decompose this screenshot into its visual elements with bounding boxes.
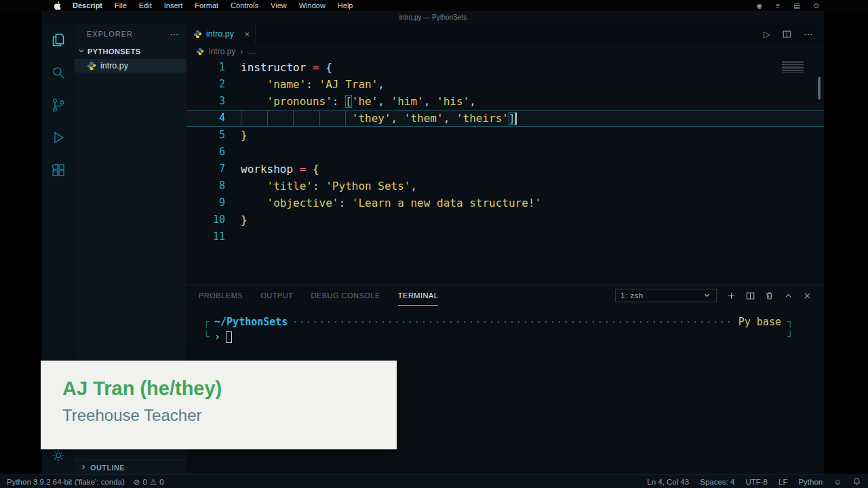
line-content: } <box>225 211 824 228</box>
code-line-6[interactable]: 6 <box>186 144 824 161</box>
feedback-smiley-icon[interactable]: ☺ <box>833 478 842 486</box>
close-panel-icon[interactable] <box>803 291 812 300</box>
line-content: instructor = { <box>225 59 824 76</box>
minimap[interactable] <box>782 61 804 73</box>
menu-app-name[interactable]: Descript <box>73 1 102 9</box>
menu-file[interactable]: File <box>115 1 127 9</box>
explorer-more-actions-icon[interactable]: ⋯ <box>170 28 180 39</box>
settings-gear-icon[interactable] <box>50 447 66 464</box>
cursor-position-status[interactable]: Ln 4, Col 43 <box>647 478 689 486</box>
python-file-icon <box>193 30 202 39</box>
code-line-10[interactable]: 10} <box>186 211 824 228</box>
menu-controls[interactable]: Controls <box>231 1 258 9</box>
panel-tab-problems[interactable]: PROBLEMS <box>199 285 243 306</box>
explorer-icon[interactable] <box>50 32 66 48</box>
notifications-bell-icon[interactable] <box>852 477 861 486</box>
line-content <box>225 144 824 161</box>
prompt-corner-bottom-right: ┘ <box>787 331 793 343</box>
python-interpreter-status[interactable]: Python 3.9.2 64-bit ('flake': conda) <box>7 478 125 486</box>
folder-section-label: PYTHONSETS <box>87 47 141 56</box>
code-line-5[interactable]: 5} <box>186 127 824 144</box>
breadcrumb[interactable]: intro.py › … <box>186 44 824 59</box>
file-item-intro-py[interactable]: intro.py <box>75 59 186 73</box>
code-line-4[interactable]: 4 'they', 'them', 'theirs'] <box>186 110 824 127</box>
code-line-8[interactable]: 8 'title': 'Python Sets', <box>186 178 824 195</box>
line-content: 'name': 'AJ Tran', <box>225 76 824 93</box>
line-content: 'title': 'Python Sets', <box>225 178 824 195</box>
line-number: 11 <box>186 228 225 245</box>
tab-close-icon[interactable]: × <box>244 29 250 39</box>
breadcrumb-symbol[interactable]: … <box>248 47 256 56</box>
menubar-record-icon[interactable]: ◉ <box>757 2 763 9</box>
code-line-7[interactable]: 7workshop = { <box>186 161 824 178</box>
split-editor-icon[interactable] <box>783 30 791 39</box>
line-number: 6 <box>186 144 225 161</box>
breadcrumb-file[interactable]: intro.py <box>209 47 235 56</box>
new-terminal-icon[interactable] <box>727 291 736 300</box>
tab-label: intro.py <box>206 29 234 39</box>
problems-status[interactable]: ⊘ 0 ⚠ 0 <box>134 477 164 487</box>
python-file-icon <box>196 47 204 56</box>
chevron-down-icon <box>703 291 711 301</box>
code-line-11[interactable]: 11 <box>186 228 824 245</box>
run-python-file-icon[interactable]: ▷ <box>764 29 770 39</box>
panel-tab-terminal[interactable]: TERMINAL <box>398 285 439 306</box>
menubar-control-icon[interactable]: ⊙ <box>814 2 819 9</box>
file-name-label: intro.py <box>100 61 128 70</box>
code-line-2[interactable]: 2 'name': 'AJ Tran', <box>186 76 824 93</box>
indent-guide <box>293 110 294 126</box>
line-number: 4 <box>186 110 225 127</box>
maximize-panel-chevron-icon[interactable] <box>784 291 793 300</box>
code-line-9[interactable]: 9 'objective': 'Learn a new data structu… <box>186 195 824 211</box>
indent-guide <box>345 110 346 126</box>
editor-more-actions-icon[interactable]: ⋯ <box>804 28 813 39</box>
apple-menu-icon[interactable] <box>54 1 62 10</box>
window-title: intro.py — PythonSets <box>42 11 824 24</box>
explorer-header-label: EXPLORER <box>87 30 133 38</box>
search-icon[interactable] <box>50 64 66 81</box>
line-number: 9 <box>186 195 225 211</box>
sidebar-section-outline[interactable]: OUTLINE <box>75 460 186 474</box>
menubar-list-icon[interactable]: ≡ <box>776 2 780 9</box>
menu-insert[interactable]: Insert <box>164 1 183 9</box>
extensions-icon[interactable] <box>50 162 66 178</box>
menu-help[interactable]: Help <box>338 1 353 9</box>
run-debug-icon[interactable] <box>50 129 66 146</box>
encoding-status[interactable]: UTF-8 <box>745 478 768 486</box>
menu-edit[interactable]: Edit <box>139 1 152 9</box>
panel-tab-output[interactable]: OUTPUT <box>260 285 293 306</box>
language-mode-status[interactable]: Python <box>798 478 823 486</box>
code-line-3[interactable]: 3 'pronouns': ['he', 'him', 'his', <box>186 93 824 110</box>
indentation-status[interactable]: Spaces: 4 <box>700 478 734 486</box>
panel-tab-debug-console[interactable]: DEBUG CONSOLE <box>311 285 380 306</box>
kill-terminal-trash-icon[interactable] <box>765 291 774 300</box>
code-editor[interactable]: 1instructor = {2 'name': 'AJ Tran',3 'pr… <box>186 59 824 285</box>
menubar-panel-icon[interactable]: ▤ <box>793 2 800 9</box>
eol-status[interactable]: LF <box>778 478 787 486</box>
line-number: 2 <box>186 76 225 93</box>
menu-window[interactable]: Window <box>299 1 326 9</box>
line-content: 'pronouns': ['he', 'him', 'his', <box>225 93 824 110</box>
python-file-icon <box>87 61 96 70</box>
menu-view[interactable]: View <box>271 1 287 9</box>
code-line-1[interactable]: 1instructor = { <box>186 59 824 76</box>
line-number: 10 <box>186 211 225 228</box>
line-content: 'they', 'them', 'theirs'] <box>225 110 824 127</box>
editor-scrollbar[interactable] <box>818 77 821 100</box>
line-content: 'objective': 'Learn a new data structure… <box>225 195 824 211</box>
menu-format[interactable]: Format <box>195 1 218 9</box>
line-number: 1 <box>186 59 225 76</box>
source-control-icon[interactable] <box>50 97 66 113</box>
tab-intro-py[interactable]: intro.py × <box>186 24 256 44</box>
speaker-name: AJ Tran (he/they) <box>62 378 397 400</box>
line-number: 7 <box>186 161 225 178</box>
split-terminal-icon[interactable] <box>746 291 755 300</box>
indent-guide <box>241 110 241 126</box>
macos-menu-bar: Descript File Edit Insert Format Control… <box>0 0 868 11</box>
terminal-shell-dropdown[interactable]: 1: zsh <box>615 289 717 302</box>
shell-dropdown-value: 1: zsh <box>620 291 644 300</box>
outline-section-label: OUTLINE <box>90 464 125 472</box>
line-content <box>225 228 824 245</box>
sidebar-section-pythonsets[interactable]: PYTHONSETS <box>75 44 186 59</box>
breadcrumb-separator: › <box>240 47 243 56</box>
